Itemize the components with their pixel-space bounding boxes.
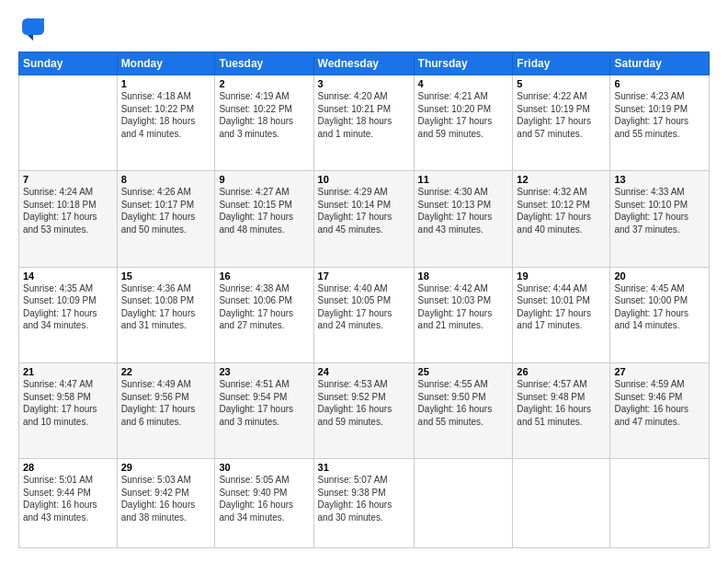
day-number: 23 xyxy=(219,366,309,377)
calendar-cell: 12Sunrise: 4:32 AMSunset: 10:12 PMDaylig… xyxy=(513,171,610,267)
calendar-cell: 4Sunrise: 4:21 AMSunset: 10:20 PMDayligh… xyxy=(414,75,513,171)
day-info: Sunrise: 4:30 AMSunset: 10:13 PMDaylight… xyxy=(418,186,509,236)
calendar-cell: 20Sunrise: 4:45 AMSunset: 10:00 PMDaylig… xyxy=(610,267,710,362)
calendar-cell: 23Sunrise: 4:51 AMSunset: 9:54 PMDayligh… xyxy=(215,363,313,459)
day-info: Sunrise: 5:07 AMSunset: 9:38 PMDaylight:… xyxy=(318,474,410,523)
day-info: Sunrise: 5:01 AMSunset: 9:44 PMDaylight:… xyxy=(23,474,113,523)
day-number: 26 xyxy=(517,366,606,377)
logo xyxy=(18,15,50,42)
day-number: 17 xyxy=(318,270,410,282)
day-info: Sunrise: 4:21 AMSunset: 10:20 PMDaylight… xyxy=(418,90,509,140)
calendar-cell: 3Sunrise: 4:20 AMSunset: 10:21 PMDayligh… xyxy=(313,75,414,171)
day-info: Sunrise: 4:32 AMSunset: 10:12 PMDaylight… xyxy=(517,186,606,236)
day-info: Sunrise: 4:26 AMSunset: 10:17 PMDaylight… xyxy=(121,186,211,236)
day-info: Sunrise: 4:33 AMSunset: 10:10 PMDaylight… xyxy=(614,186,705,236)
calendar-cell: 9Sunrise: 4:27 AMSunset: 10:15 PMDayligh… xyxy=(215,171,313,267)
day-number: 21 xyxy=(23,366,113,377)
day-number: 29 xyxy=(121,462,211,473)
day-number: 2 xyxy=(219,78,309,89)
calendar-cell: 29Sunrise: 5:03 AMSunset: 9:42 PMDayligh… xyxy=(117,459,215,548)
day-info: Sunrise: 4:20 AMSunset: 10:21 PMDaylight… xyxy=(318,90,410,140)
day-info: Sunrise: 4:18 AMSunset: 10:22 PMDaylight… xyxy=(121,90,211,140)
calendar-cell: 31Sunrise: 5:07 AMSunset: 9:38 PMDayligh… xyxy=(313,459,414,548)
day-number: 18 xyxy=(418,270,509,282)
day-info: Sunrise: 4:51 AMSunset: 9:54 PMDaylight:… xyxy=(219,378,309,428)
day-info: Sunrise: 4:47 AMSunset: 9:58 PMDaylight:… xyxy=(23,378,113,428)
calendar-cell: 27Sunrise: 4:59 AMSunset: 9:46 PMDayligh… xyxy=(610,363,710,459)
calendar-cell: 26Sunrise: 4:57 AMSunset: 9:48 PMDayligh… xyxy=(513,363,610,459)
day-number: 22 xyxy=(121,366,211,377)
logo-icon xyxy=(18,15,46,42)
day-number: 16 xyxy=(219,270,309,282)
calendar-cell: 21Sunrise: 4:47 AMSunset: 9:58 PMDayligh… xyxy=(19,363,118,459)
calendar-cell: 11Sunrise: 4:30 AMSunset: 10:13 PMDaylig… xyxy=(414,171,513,267)
day-number: 28 xyxy=(23,462,113,473)
day-info: Sunrise: 5:03 AMSunset: 9:42 PMDaylight:… xyxy=(121,474,211,523)
calendar-cell: 22Sunrise: 4:49 AMSunset: 9:56 PMDayligh… xyxy=(117,363,215,459)
day-number: 27 xyxy=(614,366,705,377)
calendar-cell: 8Sunrise: 4:26 AMSunset: 10:17 PMDayligh… xyxy=(117,171,215,267)
calendar-cell: 16Sunrise: 4:38 AMSunset: 10:06 PMDaylig… xyxy=(215,267,313,362)
day-number: 24 xyxy=(318,366,410,377)
day-number: 31 xyxy=(318,462,410,473)
column-header-sunday: Sunday xyxy=(19,52,118,75)
day-info: Sunrise: 4:19 AMSunset: 10:22 PMDaylight… xyxy=(219,90,309,140)
calendar-cell: 2Sunrise: 4:19 AMSunset: 10:22 PMDayligh… xyxy=(215,75,313,171)
day-info: Sunrise: 4:44 AMSunset: 10:01 PMDaylight… xyxy=(517,282,606,332)
day-info: Sunrise: 4:45 AMSunset: 10:00 PMDaylight… xyxy=(614,282,705,332)
day-number: 4 xyxy=(418,78,509,89)
day-number: 6 xyxy=(614,78,705,89)
calendar-cell xyxy=(19,75,118,171)
day-info: Sunrise: 4:59 AMSunset: 9:46 PMDaylight:… xyxy=(614,378,705,428)
column-header-saturday: Saturday xyxy=(610,52,710,75)
day-info: Sunrise: 4:35 AMSunset: 10:09 PMDaylight… xyxy=(23,282,113,332)
calendar-cell: 14Sunrise: 4:35 AMSunset: 10:09 PMDaylig… xyxy=(19,267,118,362)
column-header-wednesday: Wednesday xyxy=(313,52,414,75)
calendar-cell xyxy=(610,459,710,548)
day-info: Sunrise: 4:38 AMSunset: 10:06 PMDaylight… xyxy=(219,282,309,332)
day-number: 10 xyxy=(318,174,410,185)
calendar-cell xyxy=(513,459,610,548)
day-number: 12 xyxy=(517,174,606,185)
calendar-cell: 18Sunrise: 4:42 AMSunset: 10:03 PMDaylig… xyxy=(414,267,513,362)
calendar-cell: 15Sunrise: 4:36 AMSunset: 10:08 PMDaylig… xyxy=(117,267,215,362)
day-info: Sunrise: 4:57 AMSunset: 9:48 PMDaylight:… xyxy=(517,378,606,428)
calendar-cell: 7Sunrise: 4:24 AMSunset: 10:18 PMDayligh… xyxy=(19,171,118,267)
day-info: Sunrise: 4:22 AMSunset: 10:19 PMDaylight… xyxy=(517,90,606,140)
day-info: Sunrise: 4:40 AMSunset: 10:05 PMDaylight… xyxy=(318,282,410,332)
day-number: 3 xyxy=(318,78,410,89)
day-info: Sunrise: 4:24 AMSunset: 10:18 PMDaylight… xyxy=(23,186,113,236)
day-info: Sunrise: 5:05 AMSunset: 9:40 PMDaylight:… xyxy=(219,474,309,523)
calendar-cell: 24Sunrise: 4:53 AMSunset: 9:52 PMDayligh… xyxy=(313,363,414,459)
calendar-cell: 6Sunrise: 4:23 AMSunset: 10:19 PMDayligh… xyxy=(610,75,710,171)
page: SundayMondayTuesdayWednesdayThursdayFrid… xyxy=(0,0,728,563)
day-number: 1 xyxy=(121,78,211,89)
day-number: 30 xyxy=(219,462,309,473)
day-info: Sunrise: 4:36 AMSunset: 10:08 PMDaylight… xyxy=(121,282,211,332)
calendar-cell: 19Sunrise: 4:44 AMSunset: 10:01 PMDaylig… xyxy=(513,267,610,362)
column-header-thursday: Thursday xyxy=(414,52,513,75)
day-info: Sunrise: 4:55 AMSunset: 9:50 PMDaylight:… xyxy=(418,378,509,428)
day-number: 25 xyxy=(418,366,509,377)
calendar-cell: 5Sunrise: 4:22 AMSunset: 10:19 PMDayligh… xyxy=(513,75,610,171)
day-number: 19 xyxy=(517,270,606,282)
day-info: Sunrise: 4:27 AMSunset: 10:15 PMDaylight… xyxy=(219,186,309,236)
day-info: Sunrise: 4:23 AMSunset: 10:19 PMDaylight… xyxy=(614,90,705,140)
calendar-cell: 10Sunrise: 4:29 AMSunset: 10:14 PMDaylig… xyxy=(313,171,414,267)
calendar-cell: 17Sunrise: 4:40 AMSunset: 10:05 PMDaylig… xyxy=(313,267,414,362)
calendar-cell: 1Sunrise: 4:18 AMSunset: 10:22 PMDayligh… xyxy=(117,75,215,171)
day-info: Sunrise: 4:49 AMSunset: 9:56 PMDaylight:… xyxy=(121,378,211,428)
calendar-cell: 28Sunrise: 5:01 AMSunset: 9:44 PMDayligh… xyxy=(19,459,118,548)
calendar-cell: 13Sunrise: 4:33 AMSunset: 10:10 PMDaylig… xyxy=(610,171,710,267)
day-number: 7 xyxy=(23,174,113,185)
day-number: 9 xyxy=(219,174,309,185)
day-info: Sunrise: 4:42 AMSunset: 10:03 PMDaylight… xyxy=(418,282,509,332)
day-number: 15 xyxy=(121,270,211,282)
day-number: 5 xyxy=(517,78,606,89)
column-header-tuesday: Tuesday xyxy=(215,52,313,75)
calendar-cell: 30Sunrise: 5:05 AMSunset: 9:40 PMDayligh… xyxy=(215,459,313,548)
header xyxy=(18,15,710,42)
day-number: 20 xyxy=(614,270,705,282)
day-number: 8 xyxy=(121,174,211,185)
day-info: Sunrise: 4:29 AMSunset: 10:14 PMDaylight… xyxy=(318,186,410,236)
